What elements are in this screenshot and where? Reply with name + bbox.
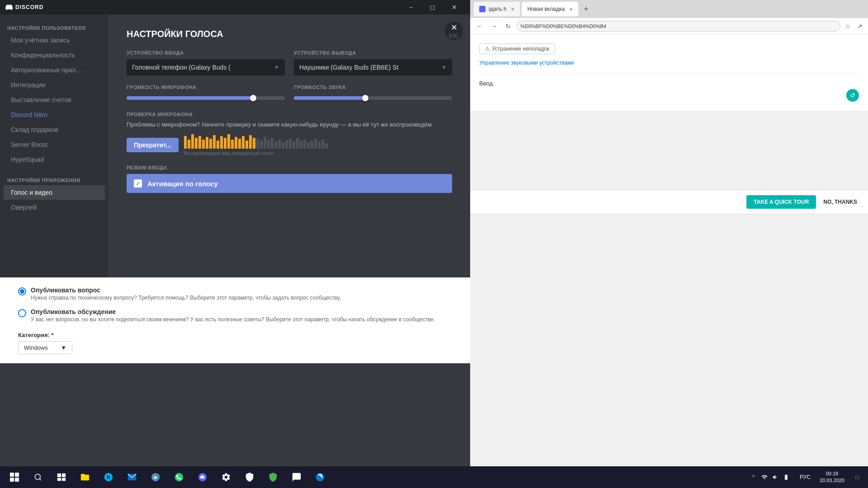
sidebar-item-my-account[interactable]: Моя учётная запись: [4, 33, 105, 47]
voice-bar-30: [289, 139, 292, 149]
browser-tab-discord-close[interactable]: ✕: [511, 7, 514, 12]
sidebar-item-billing[interactable]: Выставление счетов: [4, 93, 105, 107]
esc-label: ESC: [449, 33, 459, 38]
manage-audio-link[interactable]: Управление звуковыми устройствами: [479, 60, 859, 66]
taskbar-chrome[interactable]: [145, 466, 166, 488]
sidebar-item-privacy[interactable]: Конфиденциальность: [4, 48, 105, 62]
back-button[interactable]: ←: [474, 22, 486, 31]
taskbar-feedback[interactable]: [286, 466, 307, 488]
sidebar-item-gift-inventory[interactable]: Склад подарков: [4, 122, 105, 137]
voice-activation-checkbox[interactable]: ✓: [134, 179, 142, 188]
app-settings-label: НАСТРОЙКИ ПРИЛОЖЕНИЯ: [0, 174, 108, 185]
taskbar-defender[interactable]: [262, 466, 284, 488]
radio-discussion[interactable]: Опубликовать обсуждение У вас нет вопрос…: [18, 308, 452, 323]
system-tray: ^: [745, 473, 794, 482]
sidebar-item-hypesquad[interactable]: HypeSquad: [4, 152, 105, 167]
titlebar-controls: − ◻ ✕: [401, 0, 465, 14]
tray-chevron[interactable]: ^: [749, 473, 758, 482]
take-quick-tour-button[interactable]: TAKE A QUICK TOUR: [746, 195, 816, 209]
radio-discussion-title: Опубликовать обсуждение: [31, 308, 435, 315]
playback-label: Воспроизводим ваш прекрасный голос: [184, 150, 452, 156]
voice-bar-40: [325, 143, 328, 149]
refresh-button[interactable]: ↻: [503, 22, 514, 31]
share-icon[interactable]: ↗: [855, 23, 864, 30]
taskbar-whatsapp[interactable]: [168, 466, 190, 488]
input-device-arrow: ▼: [274, 64, 279, 70]
svg-rect-4: [57, 478, 61, 481]
restore-button[interactable]: ◻: [422, 0, 443, 14]
browser-tab-discord[interactable]: здать h ✕: [474, 2, 520, 16]
browser-action-row: ↺: [479, 89, 859, 102]
sound-volume-thumb[interactable]: [362, 95, 368, 101]
close-icon: ✕: [451, 23, 458, 32]
windows-icon: [10, 473, 19, 482]
voice-bar-37: [314, 139, 317, 149]
voice-bar-38: [318, 141, 321, 149]
output-device-select[interactable]: Наушники (Galaxy Buds (EB6E) St ▼: [294, 59, 452, 75]
browser-tab-new-close[interactable]: ✕: [569, 7, 573, 12]
discord-titlebar: DISCORD − ◻ ✕: [0, 0, 470, 14]
system-clock[interactable]: 00:18 20.03.2020: [816, 470, 848, 484]
mic-volume-thumb[interactable]: [250, 95, 256, 101]
bookmark-icon[interactable]: ☆: [843, 23, 853, 30]
sidebar-item-voice-video[interactable]: Голос и видео: [4, 185, 105, 200]
volume-row: ГРОМКОСТЬ МИКРОФОНА ГРОМКОСТЬ ЗВУКА: [127, 84, 452, 103]
checkmark-icon: ✓: [136, 180, 141, 187]
taskbar-settings[interactable]: [215, 466, 237, 488]
close-dialog-button[interactable]: ✕ ESC: [445, 22, 463, 40]
radio-discussion-content: Опубликовать обсуждение У вас нет вопрос…: [31, 308, 435, 323]
svg-rect-3: [62, 474, 66, 477]
svg-point-0: [35, 474, 40, 479]
voice-bar-26: [274, 141, 277, 149]
stop-mic-check-button[interactable]: Прекратит...: [127, 138, 179, 152]
taskbar-security[interactable]: [239, 466, 260, 488]
browser-tab-new-label: Новая вкладка: [527, 6, 565, 12]
task-view-button[interactable]: [51, 466, 72, 488]
browser-tab-bar: здать h ✕ Новая вкладка ✕ +: [470, 0, 868, 18]
notification-center-button[interactable]: □: [850, 466, 864, 488]
taskbar-mail[interactable]: [121, 466, 143, 488]
sidebar-item-overlay[interactable]: Оверлей: [4, 200, 105, 215]
close-button[interactable]: ✕: [444, 0, 465, 14]
discord-favicon: [479, 6, 486, 12]
taskbar-edge[interactable]: [309, 466, 331, 488]
language-indicator[interactable]: РУС: [796, 474, 814, 480]
category-dropdown[interactable]: Windows ▼: [18, 341, 72, 354]
tray-volume[interactable]: [771, 473, 780, 482]
taskbar-store[interactable]: [98, 466, 119, 488]
troubleshoot-button[interactable]: ⚠ Устранение неполадок: [479, 43, 555, 54]
tray-battery[interactable]: [782, 473, 791, 482]
start-button[interactable]: [4, 466, 25, 488]
taskbar-discord[interactable]: [192, 466, 213, 488]
forward-button[interactable]: →: [488, 22, 500, 31]
radio-question-content: Опубликовать вопрос Нужна справка по тех…: [31, 286, 341, 301]
search-button[interactable]: [27, 466, 49, 488]
minimize-button[interactable]: −: [401, 0, 421, 14]
browser-action-button[interactable]: ↺: [846, 89, 859, 102]
no-thanks-button[interactable]: NO, THANKS: [823, 199, 857, 205]
taskbar: ^ РУС 00:18 20.03.2020 □: [0, 466, 868, 488]
discord-main: НАСТРОЙКИ ГОЛОСА ✕ ESC УСТРОЙСТВО ВВОДА …: [108, 14, 470, 277]
mic-volume-slider[interactable]: [127, 94, 285, 103]
sidebar-item-integrations[interactable]: Интеграции: [4, 78, 105, 92]
address-bar[interactable]: %D0%BF%D0%BE%D0%B4%D0%B4: [516, 21, 840, 32]
voice-meter: Воспроизводим ваш прекрасный голос: [184, 134, 452, 156]
new-tab-button[interactable]: +: [580, 5, 592, 14]
radio-question-circle[interactable]: [18, 287, 26, 296]
input-device-select[interactable]: Головной телефон (Galaxy Buds ( ▼: [127, 59, 285, 75]
browser-tab-new[interactable]: Новая вкладка ✕: [522, 2, 578, 16]
troubleshoot-row: ⚠ Устранение неполадок: [479, 43, 859, 54]
voice-bar-18: [245, 141, 248, 149]
voice-activation-option[interactable]: ✓ Активация по голосу: [127, 174, 452, 193]
sidebar-item-nitro[interactable]: Discord Nitro: [4, 108, 105, 122]
tray-network[interactable]: [760, 473, 769, 482]
sidebar-item-server-boost[interactable]: Server Boost: [4, 137, 105, 152]
voice-bar-1: [184, 136, 187, 149]
output-device-arrow: ▼: [441, 64, 447, 70]
taskbar-file-explorer[interactable]: [74, 466, 96, 488]
mic-volume-track: [127, 96, 285, 100]
sidebar-item-authorized-apps[interactable]: Авторизованные прил...: [4, 63, 105, 77]
radio-discussion-circle[interactable]: [18, 309, 26, 317]
radio-question[interactable]: Опубликовать вопрос Нужна справка по тех…: [18, 286, 452, 301]
sound-volume-slider[interactable]: [294, 94, 452, 103]
